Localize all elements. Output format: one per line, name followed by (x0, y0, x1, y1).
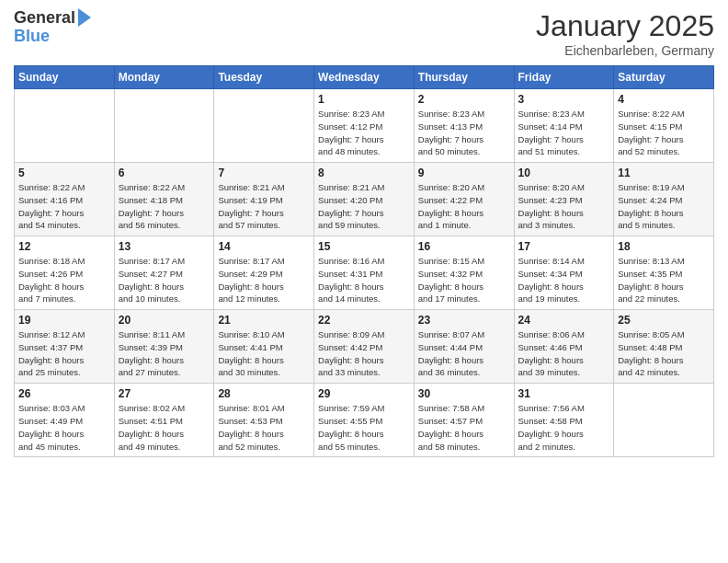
day-number: 25 (618, 314, 710, 327)
calendar-cell: 24Sunrise: 8:06 AM Sunset: 4:46 PM Dayli… (514, 310, 614, 384)
day-number: 1 (318, 93, 410, 106)
weekday-header-monday: Monday (114, 66, 214, 89)
day-number: 11 (618, 167, 710, 179)
calendar-cell: 11Sunrise: 8:19 AM Sunset: 4:24 PM Dayli… (614, 163, 714, 236)
calendar-cell: 28Sunrise: 8:01 AM Sunset: 4:53 PM Dayli… (214, 384, 314, 457)
calendar-cell: 27Sunrise: 8:02 AM Sunset: 4:51 PM Dayli… (114, 384, 214, 457)
weekday-header-friday: Friday (514, 66, 614, 89)
day-number: 30 (418, 387, 510, 400)
day-info: Sunrise: 8:21 AM Sunset: 4:19 PM Dayligh… (218, 181, 310, 232)
calendar-cell: 31Sunrise: 7:56 AM Sunset: 4:58 PM Dayli… (514, 384, 614, 457)
day-number: 9 (418, 167, 510, 179)
day-info: Sunrise: 8:14 AM Sunset: 4:34 PM Dayligh… (518, 255, 610, 305)
weekday-header-thursday: Thursday (414, 66, 514, 89)
day-number: 23 (418, 314, 510, 327)
day-number: 31 (518, 387, 610, 400)
day-number: 18 (618, 240, 710, 253)
calendar-cell: 23Sunrise: 8:07 AM Sunset: 4:44 PM Dayli… (414, 310, 514, 384)
day-info: Sunrise: 8:22 AM Sunset: 4:15 PM Dayligh… (618, 108, 710, 158)
calendar-cell: 20Sunrise: 8:11 AM Sunset: 4:39 PM Dayli… (114, 310, 214, 384)
calendar-cell: 14Sunrise: 8:17 AM Sunset: 4:29 PM Dayli… (214, 236, 314, 310)
weekday-header-saturday: Saturday (614, 66, 714, 89)
day-info: Sunrise: 8:05 AM Sunset: 4:48 PM Dayligh… (618, 328, 710, 379)
calendar-cell: 10Sunrise: 8:20 AM Sunset: 4:23 PM Dayli… (514, 163, 614, 236)
calendar-table: SundayMondayTuesdayWednesdayThursdayFrid… (14, 65, 714, 457)
calendar-cell (214, 89, 314, 163)
day-number: 13 (119, 240, 210, 253)
day-info: Sunrise: 8:11 AM Sunset: 4:39 PM Dayligh… (119, 328, 210, 379)
day-info: Sunrise: 8:20 AM Sunset: 4:23 PM Dayligh… (518, 181, 610, 232)
day-number: 15 (318, 240, 410, 253)
day-number: 22 (318, 314, 410, 327)
weekday-header-row: SundayMondayTuesdayWednesdayThursdayFrid… (15, 66, 714, 89)
calendar-cell: 5Sunrise: 8:22 AM Sunset: 4:16 PM Daylig… (15, 163, 115, 236)
day-info: Sunrise: 8:13 AM Sunset: 4:35 PM Dayligh… (618, 255, 710, 305)
calendar-week-row: 5Sunrise: 8:22 AM Sunset: 4:16 PM Daylig… (15, 163, 714, 236)
logo-text-general: General (14, 9, 75, 28)
day-info: Sunrise: 8:23 AM Sunset: 4:14 PM Dayligh… (518, 108, 610, 158)
day-number: 14 (218, 240, 310, 253)
day-info: Sunrise: 8:22 AM Sunset: 4:16 PM Dayligh… (18, 181, 110, 232)
title-block: January 2025 Eichenbarleben, Germany (536, 9, 714, 58)
day-info: Sunrise: 8:22 AM Sunset: 4:18 PM Dayligh… (119, 181, 210, 232)
day-number: 28 (218, 387, 310, 400)
day-number: 20 (119, 314, 210, 327)
calendar-cell (614, 384, 714, 457)
day-number: 27 (119, 387, 210, 400)
calendar-cell: 6Sunrise: 8:22 AM Sunset: 4:18 PM Daylig… (114, 163, 214, 236)
calendar-cell: 15Sunrise: 8:16 AM Sunset: 4:31 PM Dayli… (314, 236, 415, 310)
page-container: General Blue January 2025 Eichenbarleben… (0, 0, 728, 466)
day-number: 16 (418, 240, 510, 253)
calendar-week-row: 19Sunrise: 8:12 AM Sunset: 4:37 PM Dayli… (15, 310, 714, 384)
day-info: Sunrise: 7:58 AM Sunset: 4:57 PM Dayligh… (418, 402, 510, 453)
weekday-header-sunday: Sunday (15, 66, 115, 89)
day-info: Sunrise: 8:20 AM Sunset: 4:22 PM Dayligh… (418, 181, 510, 232)
day-info: Sunrise: 8:06 AM Sunset: 4:46 PM Dayligh… (518, 328, 610, 379)
day-info: Sunrise: 8:10 AM Sunset: 4:41 PM Dayligh… (218, 328, 310, 379)
day-number: 3 (518, 93, 610, 106)
calendar-cell: 7Sunrise: 8:21 AM Sunset: 4:19 PM Daylig… (214, 163, 314, 236)
day-info: Sunrise: 8:21 AM Sunset: 4:20 PM Dayligh… (318, 181, 410, 232)
calendar-cell: 19Sunrise: 8:12 AM Sunset: 4:37 PM Dayli… (15, 310, 115, 384)
day-number: 29 (318, 387, 410, 400)
day-number: 6 (119, 167, 210, 179)
day-number: 10 (518, 167, 610, 179)
day-number: 7 (218, 167, 310, 179)
calendar-cell: 22Sunrise: 8:09 AM Sunset: 4:42 PM Dayli… (314, 310, 415, 384)
calendar-cell: 29Sunrise: 7:59 AM Sunset: 4:55 PM Dayli… (314, 384, 415, 457)
day-number: 12 (18, 240, 110, 253)
calendar-cell (15, 89, 115, 163)
day-info: Sunrise: 8:01 AM Sunset: 4:53 PM Dayligh… (218, 402, 310, 453)
page-header: General Blue January 2025 Eichenbarleben… (14, 9, 714, 58)
day-info: Sunrise: 8:17 AM Sunset: 4:29 PM Dayligh… (218, 255, 310, 305)
calendar-cell: 2Sunrise: 8:23 AM Sunset: 4:13 PM Daylig… (414, 89, 514, 163)
calendar-cell: 17Sunrise: 8:14 AM Sunset: 4:34 PM Dayli… (514, 236, 614, 310)
calendar-cell: 3Sunrise: 8:23 AM Sunset: 4:14 PM Daylig… (514, 89, 614, 163)
day-number: 19 (18, 314, 110, 327)
day-info: Sunrise: 8:17 AM Sunset: 4:27 PM Dayligh… (119, 255, 210, 305)
calendar-cell: 16Sunrise: 8:15 AM Sunset: 4:32 PM Dayli… (414, 236, 514, 310)
calendar-cell (114, 89, 214, 163)
weekday-header-wednesday: Wednesday (314, 66, 415, 89)
calendar-cell: 1Sunrise: 8:23 AM Sunset: 4:12 PM Daylig… (314, 89, 415, 163)
day-info: Sunrise: 8:19 AM Sunset: 4:24 PM Dayligh… (618, 181, 710, 232)
day-number: 4 (618, 93, 710, 106)
calendar-week-row: 1Sunrise: 8:23 AM Sunset: 4:12 PM Daylig… (15, 89, 714, 163)
calendar-cell: 9Sunrise: 8:20 AM Sunset: 4:22 PM Daylig… (414, 163, 514, 236)
day-number: 21 (218, 314, 310, 327)
day-number: 24 (518, 314, 610, 327)
day-info: Sunrise: 7:59 AM Sunset: 4:55 PM Dayligh… (318, 402, 410, 453)
calendar-cell: 30Sunrise: 7:58 AM Sunset: 4:57 PM Dayli… (414, 384, 514, 457)
day-number: 8 (318, 167, 410, 179)
day-info: Sunrise: 8:23 AM Sunset: 4:13 PM Dayligh… (418, 108, 510, 158)
calendar-cell: 8Sunrise: 8:21 AM Sunset: 4:20 PM Daylig… (314, 163, 415, 236)
day-number: 17 (518, 240, 610, 253)
weekday-header-tuesday: Tuesday (214, 66, 314, 89)
day-number: 5 (18, 167, 110, 179)
day-number: 26 (18, 387, 110, 400)
calendar-cell: 13Sunrise: 8:17 AM Sunset: 4:27 PM Dayli… (114, 236, 214, 310)
day-info: Sunrise: 8:09 AM Sunset: 4:42 PM Dayligh… (318, 328, 410, 379)
day-info: Sunrise: 8:23 AM Sunset: 4:12 PM Dayligh… (318, 108, 410, 158)
calendar-cell: 21Sunrise: 8:10 AM Sunset: 4:41 PM Dayli… (214, 310, 314, 384)
calendar-cell: 26Sunrise: 8:03 AM Sunset: 4:49 PM Dayli… (15, 384, 115, 457)
